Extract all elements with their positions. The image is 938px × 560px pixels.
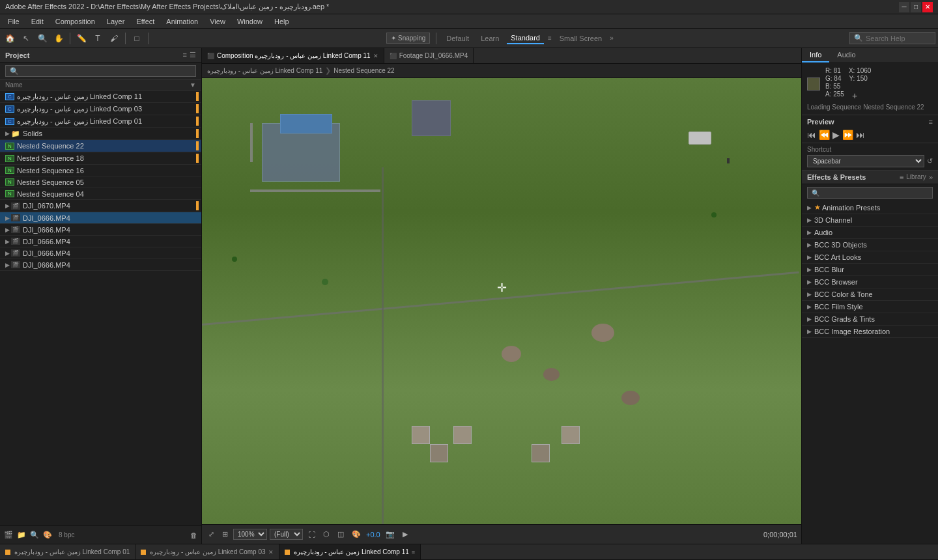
- shape-tool[interactable]: □: [130, 31, 144, 46]
- project-item-nested04[interactable]: N Nested Sequence 04: [0, 188, 201, 200]
- zoom-select[interactable]: 100% 50% 200%: [233, 529, 267, 540]
- project-item-dji0666-5[interactable]: ▶ 🎬 DJI_0666.MP4: [0, 259, 201, 271]
- menu-window[interactable]: Window: [232, 16, 268, 27]
- project-item-nested16[interactable]: N Nested Sequence 16: [0, 165, 201, 176]
- workspace-small[interactable]: Small Screen: [556, 33, 606, 44]
- close-button[interactable]: ✕: [922, 2, 933, 12]
- breadcrumb-comp[interactable]: زمین عباس - رودبارچیره Linked Comp 11: [207, 67, 322, 74]
- goto-first-btn[interactable]: ⏮: [807, 130, 816, 140]
- effect-cat-bccbrowser[interactable]: ▶ BCC Browser: [802, 276, 938, 288]
- workspace-menu[interactable]: ≡: [548, 35, 552, 42]
- project-item-solids[interactable]: ▶ 📁 Solids: [0, 128, 201, 140]
- project-item-comp03[interactable]: C زمین عباس - رودبارچیره Linked Comp 03: [0, 103, 201, 115]
- app-title: Adobe After Effects 2022 - D:\After Effe…: [5, 3, 329, 11]
- viewer-tab-comp11[interactable]: ⬛ Composition زمین عباس - رودبارچیره Lin…: [202, 48, 384, 63]
- project-item-nested05[interactable]: N Nested Sequence 05: [0, 176, 201, 188]
- effect-cat-bccblur[interactable]: ▶ BCC Blur: [802, 264, 938, 276]
- hand-tool[interactable]: ✋: [51, 31, 66, 46]
- project-item-dji0666-1[interactable]: ▶ 🎬 DJI_0666.MP4: [0, 212, 201, 224]
- tab-close-icon[interactable]: ✕: [268, 549, 274, 555]
- snapshot-btn[interactable]: 📷: [383, 529, 397, 540]
- menu-edit[interactable]: Edit: [26, 16, 49, 27]
- project-item-nested18[interactable]: N Nested Sequence 18: [0, 152, 201, 165]
- shortcut-reset-icon[interactable]: ↺: [927, 157, 933, 165]
- effects-more[interactable]: »: [929, 173, 933, 181]
- menu-view[interactable]: View: [205, 16, 231, 27]
- menu-file[interactable]: File: [3, 16, 25, 27]
- separator: [436, 33, 436, 44]
- effects-menu-icon[interactable]: ≡: [900, 173, 903, 181]
- minimize-button[interactable]: ─: [899, 2, 909, 12]
- effect-cat-bcccolor[interactable]: ▶ BCC Color & Tone: [802, 288, 938, 301]
- text-tool[interactable]: T: [91, 31, 105, 46]
- fit-btn[interactable]: ⤢: [206, 529, 217, 540]
- new-folder-icon[interactable]: 📁: [17, 531, 26, 539]
- brush-tool[interactable]: 🖌: [107, 31, 121, 46]
- tl-tab-comp01[interactable]: زمین عباس - رودبارچیره Linked Comp 01: [0, 544, 135, 559]
- workspace-standard[interactable]: Standard: [507, 33, 544, 44]
- play-next-btn[interactable]: ⏩: [842, 130, 853, 140]
- project-item-nested22[interactable]: N Nested Sequence 22: [0, 140, 201, 152]
- home-tool[interactable]: 🏠: [3, 31, 17, 46]
- viewer-canvas[interactable]: ✛: [202, 78, 801, 524]
- new-comp-icon[interactable]: 🎬: [4, 531, 13, 539]
- tab-close-icon[interactable]: ≡: [412, 549, 415, 555]
- pen-tool[interactable]: ✏️: [74, 31, 89, 46]
- workspace-default[interactable]: Default: [442, 33, 473, 44]
- menu-animation[interactable]: Animation: [161, 16, 203, 27]
- zoom-tool[interactable]: 🔍: [35, 31, 50, 46]
- add-icon[interactable]: +: [852, 91, 857, 101]
- tab-close-icon[interactable]: ✕: [373, 53, 378, 59]
- preview-menu-icon[interactable]: ≡: [929, 118, 933, 126]
- delete-icon[interactable]: 🗑: [190, 531, 197, 539]
- effects-search-input[interactable]: [822, 189, 928, 197]
- play-btn[interactable]: ▶: [832, 130, 840, 140]
- workspace-learn[interactable]: Learn: [477, 33, 503, 44]
- search-footer-icon[interactable]: 🔍: [30, 531, 39, 539]
- project-item-comp01[interactable]: C زمین عباس - رودبارچیره Linked Comp 01: [0, 115, 201, 128]
- channel-btn[interactable]: 🎨: [349, 529, 363, 540]
- goto-last-btn[interactable]: ⏭: [856, 130, 865, 140]
- effect-cat-bccgrads[interactable]: ▶ BCC Grads & Tints: [802, 313, 938, 326]
- shortcut-select[interactable]: Spacebar Numpad 0 Shift+Space: [807, 155, 924, 167]
- library-tab[interactable]: Library: [906, 173, 926, 181]
- tab-info[interactable]: Info: [802, 48, 829, 63]
- mask-btn[interactable]: ⬡: [320, 529, 332, 540]
- tab-audio[interactable]: Audio: [829, 48, 863, 63]
- grid-btn[interactable]: ⊞: [220, 529, 231, 540]
- region-btn[interactable]: ◫: [335, 529, 347, 540]
- project-item-dji0666-2[interactable]: ▶ 🎬 DJI_0666.MP4: [0, 224, 201, 236]
- menu-help[interactable]: Help: [269, 16, 294, 27]
- project-item-comp11[interactable]: C زمین عباس - رودبارچیره Linked Comp 11: [0, 91, 201, 103]
- resize-btn[interactable]: ⛶: [306, 529, 318, 540]
- effect-cat-bcc3d[interactable]: ▶ BCC 3D Objects: [802, 239, 938, 251]
- maximize-button[interactable]: □: [911, 2, 921, 12]
- project-menu-icon[interactable]: ≡: [183, 51, 187, 59]
- snapping-btn[interactable]: ✦ Snapping: [386, 33, 430, 44]
- search-input[interactable]: [866, 35, 931, 42]
- effect-cat-bccart[interactable]: ▶ BCC Art Looks: [802, 251, 938, 264]
- effect-cat-bccimage[interactable]: ▶ BCC Image Restoration: [802, 326, 938, 338]
- project-item-dji0666-3[interactable]: ▶ 🎬 DJI_0666.MP4: [0, 236, 201, 247]
- play-prev-btn[interactable]: ⏪: [819, 130, 830, 140]
- viewer-tab-footage[interactable]: ⬛ Footage DJI_0666.MP4: [384, 48, 474, 63]
- color-icon[interactable]: 🎨: [43, 531, 52, 539]
- select-tool[interactable]: ↖: [19, 31, 33, 46]
- tl-tab-comp11[interactable]: زمین عباس - رودبارچیره Linked Comp 11 ≡: [279, 544, 421, 559]
- menu-layer[interactable]: Layer: [102, 16, 130, 27]
- effect-cat-bccfilm[interactable]: ▶ BCC Film Style: [802, 301, 938, 313]
- quality-select[interactable]: (Full) (Half): [270, 529, 303, 540]
- workspace-more[interactable]: »: [610, 35, 614, 42]
- project-list-icon[interactable]: ☰: [190, 51, 196, 59]
- effect-cat-animation-presets[interactable]: ▶ ★ Animation Presets: [802, 201, 938, 214]
- effect-cat-audio[interactable]: ▶ Audio: [802, 227, 938, 239]
- tl-tab-comp03[interactable]: زمین عباس - رودبارچیره Linked Comp 03 ✕: [135, 544, 279, 559]
- project-item-dji0670[interactable]: ▶ 🎬 DJI_0670.MP4: [0, 200, 201, 212]
- menu-composition[interactable]: Composition: [50, 16, 100, 27]
- breadcrumb-nested[interactable]: Nested Sequence 22: [334, 67, 394, 74]
- menu-effect[interactable]: Effect: [131, 16, 160, 27]
- project-search-input[interactable]: [5, 65, 196, 77]
- project-item-dji0666-4[interactable]: ▶ 🎬 DJI_0666.MP4: [0, 247, 201, 259]
- preview-btn[interactable]: ▶: [400, 529, 410, 540]
- effect-cat-3dchannel[interactable]: ▶ 3D Channel: [802, 214, 938, 227]
